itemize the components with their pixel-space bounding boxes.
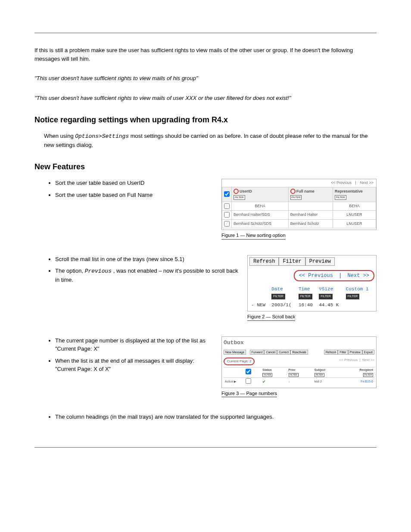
fig1-row-checkbox[interactable]	[224, 221, 230, 227]
table-row: Bernhard Halter/SDS Bernhard Halter LNUS…	[222, 211, 376, 220]
fig1-col-fullname[interactable]: Full name	[296, 189, 314, 193]
fig3-preview-button[interactable]: Preview	[348, 350, 362, 355]
fig3-prev-link[interactable]: << Previous	[339, 358, 358, 362]
feature-scroll-bullet-1: Scroll the mail list in one of the trays…	[55, 255, 239, 264]
fig1-r1-uid: Bernhard Halter/SDS	[232, 211, 289, 220]
intro-paragraph: If this is still a problem make sure the…	[34, 46, 377, 63]
fig1-col-userid[interactable]: UserID	[240, 189, 252, 193]
fig1-row-checkbox[interactable]	[224, 203, 230, 209]
fig1-next-link[interactable]: Next >>	[360, 180, 374, 185]
fig1-r0-uid: BEHA	[232, 202, 289, 211]
feature-scroll-bullet-2: The option, Previous , was not enabled –…	[55, 267, 239, 284]
fig1-select-all-checkbox[interactable]	[224, 191, 230, 197]
fig2-filter-badge[interactable]: FILTER	[299, 294, 312, 299]
notice-code: Options>Settings	[75, 133, 129, 140]
quote-2: "This user doesn't have sufficient right…	[34, 94, 377, 103]
fig1-r0-rep: BEHA	[333, 202, 376, 211]
fig1-col-rep[interactable]: Representative	[335, 189, 363, 193]
fig1-r0-name	[288, 202, 333, 211]
fig3-col-recipient[interactable]: Recipient	[359, 368, 373, 371]
table-row: BEHA BEHA	[222, 202, 376, 211]
fig1-r1-name: Bernhard Halter	[288, 211, 333, 220]
fig3-reactivate-button[interactable]: Reactivate	[290, 350, 308, 355]
fig3-col-status[interactable]: Status	[262, 368, 271, 371]
fig3-filter-badge[interactable]: FILTER	[363, 373, 373, 377]
feature-page-bullet-2: When the list is at the end of all messa…	[55, 357, 213, 373]
fig3-title: Outbox	[224, 339, 374, 347]
fig3-filter-badge[interactable]: FILTER	[314, 373, 324, 377]
fig2-row-time: 16:40	[297, 301, 317, 310]
fig3-filter-badge[interactable]: FILTER	[289, 373, 299, 377]
fig3-export-button[interactable]: Export	[362, 350, 374, 355]
notice-heading: Notice regarding settings when upgrading…	[34, 114, 377, 126]
fig3-filter-button[interactable]: Filter	[338, 350, 348, 355]
sort-indicator-icon[interactable]	[290, 189, 296, 194]
fig1-r2-rep: LNUSER	[333, 219, 376, 228]
notice-paragraph: When using Options>Settings most setting…	[44, 132, 377, 149]
figure-1-caption: Figure 1 — New sorting option	[221, 232, 286, 240]
fig1-r2-uid: Bernhard Schütz/SDS	[232, 219, 289, 228]
fig2-row-size: 44.45 K	[317, 301, 344, 310]
table-row: Action ▶ ✔ ↓ test 2 Fn:B15-0	[224, 378, 374, 386]
fig1-prev-link[interactable]: << Previous	[331, 180, 352, 185]
table-row: Bernhard Schütz/SDS Bernhard Schütz LNUS…	[222, 219, 376, 228]
fig2-filter-badge[interactable]: FILTER	[319, 294, 333, 299]
fig2-refresh-button[interactable]: Refresh	[249, 257, 279, 266]
figure-2: RefreshFilterPreview << Previous | Next …	[247, 255, 377, 312]
new-features-heading: New Features	[34, 161, 377, 173]
fig1-row-checkbox[interactable]	[224, 212, 230, 218]
notice-body-1: When using	[44, 133, 75, 139]
fig3-select-all[interactable]	[246, 369, 251, 374]
figure-3: Outbox New Message ForwardCancelCorrectR…	[221, 336, 377, 388]
fig2-filter-badge[interactable]: FILTER	[346, 294, 360, 299]
fig3-filter-badge[interactable]: FILTER	[262, 373, 272, 377]
fig3-refresh-button[interactable]: Refresh	[324, 350, 338, 355]
fig1-filter-badge-1[interactable]: FILTER	[234, 195, 245, 200]
feature-sort-bullet-1: Sort the user table based on UserID	[55, 179, 213, 187]
fig2-col-custom[interactable]: Custom 1	[346, 286, 369, 292]
fig2-preview-button[interactable]: Preview	[305, 257, 335, 266]
page-footer	[34, 447, 377, 450]
priority-down-icon: ↓	[289, 380, 290, 383]
fig3-forward-button[interactable]: Forward	[250, 350, 265, 355]
fig3-next-link[interactable]: Next >>	[362, 358, 374, 362]
figure-2-caption: Figure 2 — Scroll back	[247, 313, 295, 321]
feature-translate-bullet: The column headings (in the mail trays) …	[55, 413, 377, 421]
fig3-new-button[interactable]: New Message	[224, 350, 246, 355]
table-row: - NEW 2003/1( 16:40 44.45 K	[249, 301, 374, 310]
check-icon: ✔	[262, 380, 266, 384]
fig2-filter-button[interactable]: Filter	[279, 257, 305, 266]
fig1-filter-badge-2[interactable]: FILTER	[290, 195, 302, 200]
fig3-col-prior[interactable]: Prior	[289, 368, 296, 371]
figure-1: << Previous | Next >> UserIDFILTER Full …	[221, 179, 377, 230]
fig2-row-date: 2003/1(	[270, 301, 297, 310]
fig2-pager-box: << Previous | Next >>	[294, 270, 374, 281]
sort-indicator-icon[interactable]	[234, 189, 239, 194]
fig2-col-date[interactable]: Date	[271, 286, 283, 292]
fig3-row-checkbox[interactable]	[246, 378, 251, 384]
fig2-prev-link[interactable]: << Previous	[299, 273, 333, 279]
page-header	[34, 30, 377, 33]
fig2-col-time[interactable]: Time	[299, 286, 310, 292]
fig3-cancel-button[interactable]: Cancel	[264, 350, 277, 355]
fig3-row-recipient: Fn:B15-0	[341, 378, 374, 386]
fig3-row-subject: test 2	[313, 378, 341, 386]
fig2-row-status: - NEW	[249, 301, 270, 310]
figure-3-caption: Figure 3 — Page numbers	[221, 390, 277, 398]
fig2-filter-badge[interactable]: FILTER	[271, 294, 285, 299]
feature-page-bullet-1: The current page number is displayed at …	[55, 336, 213, 353]
fig1-r1-rep: LNUSER	[333, 211, 376, 220]
fig2-next-link[interactable]: Next >>	[348, 273, 369, 279]
fig1-filter-badge-3[interactable]: FILTER	[335, 195, 346, 200]
fig3-current-page-box: Current Page: 2	[224, 358, 255, 365]
feature-sort-bullet-2: Sort the user table based on Full Name	[55, 191, 213, 199]
fig1-r2-name: Bernhard Schütz	[288, 219, 333, 228]
fig3-action-label[interactable]: Action ▶	[225, 380, 236, 383]
fig3-correct-button[interactable]: Correct	[277, 350, 290, 355]
fig2-col-size[interactable]: Size	[322, 286, 333, 292]
quote-1: "This user doesn't have sufficient right…	[34, 74, 377, 83]
fig3-col-subject[interactable]: Subject	[314, 368, 325, 371]
